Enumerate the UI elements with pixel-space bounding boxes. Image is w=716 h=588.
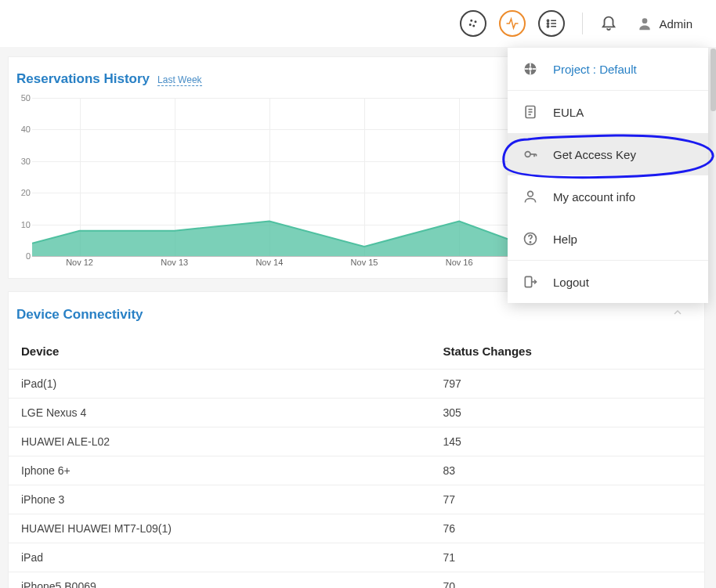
user-icon bbox=[637, 16, 653, 31]
key-icon bbox=[522, 146, 539, 163]
table-row: iPad(1)797 bbox=[9, 370, 704, 399]
cell-device: iPad(1) bbox=[9, 370, 430, 399]
menu-account[interactable]: My account info bbox=[508, 175, 708, 218]
table-row: HUAWEI ALE-L02145 bbox=[9, 427, 704, 456]
x-tick: Nov 15 bbox=[351, 258, 378, 267]
svg-point-10 bbox=[642, 18, 648, 23]
cell-device: iPhone 3 bbox=[9, 485, 430, 514]
y-tick: 10 bbox=[21, 220, 31, 229]
user-menu-button[interactable]: Admin bbox=[637, 16, 692, 31]
notifications-bell-icon[interactable] bbox=[595, 13, 622, 34]
cell-device: iPad bbox=[9, 543, 430, 572]
x-tick: Nov 16 bbox=[446, 258, 473, 267]
svg-point-27 bbox=[530, 242, 530, 243]
account-icon bbox=[522, 188, 539, 205]
menu-project-label: Project : Default bbox=[553, 63, 637, 76]
svg-point-3 bbox=[473, 25, 475, 27]
palette-icon[interactable] bbox=[460, 10, 486, 37]
menu-eula[interactable]: EULA bbox=[508, 91, 708, 133]
svg-point-0 bbox=[471, 20, 472, 22]
svg-point-25 bbox=[528, 191, 533, 197]
menu-help[interactable]: Help bbox=[508, 218, 708, 260]
svg-rect-16 bbox=[533, 68, 537, 70]
connectivity-title: Device Connectivity bbox=[16, 307, 143, 323]
menu-project[interactable]: Project : Default bbox=[508, 48, 708, 91]
col-device: Device bbox=[9, 334, 430, 370]
document-icon bbox=[522, 103, 539, 121]
x-tick: Nov 13 bbox=[161, 258, 188, 267]
logout-icon bbox=[522, 273, 539, 290]
table-row: iPhone5 B006970 bbox=[9, 572, 704, 589]
svg-point-21 bbox=[525, 152, 530, 157]
svg-point-2 bbox=[470, 24, 472, 26]
cell-device: LGE Nexus 4 bbox=[9, 399, 430, 427]
scrollbar-thumb[interactable] bbox=[711, 49, 716, 111]
cell-status: 305 bbox=[430, 399, 704, 427]
cell-status: 83 bbox=[430, 456, 704, 485]
svg-point-1 bbox=[476, 21, 477, 23]
col-status: Status Changes bbox=[430, 334, 704, 370]
menu-eula-label: EULA bbox=[553, 106, 584, 119]
reservations-title: Reservations History bbox=[16, 71, 150, 87]
top-toolbar: Admin bbox=[0, 0, 716, 47]
collapse-caret-icon[interactable] bbox=[671, 306, 690, 322]
menu-account-label: My account info bbox=[553, 190, 635, 204]
y-tick: 50 bbox=[21, 93, 31, 103]
svg-point-4 bbox=[548, 20, 549, 21]
svg-point-12 bbox=[529, 67, 532, 70]
cell-status: 70 bbox=[430, 572, 704, 589]
y-tick: 40 bbox=[21, 124, 31, 134]
table-row: HUAWEI HUAWEI MT7-L09(1)76 bbox=[9, 514, 704, 543]
cell-status: 71 bbox=[430, 543, 704, 572]
activity-icon[interactable] bbox=[499, 10, 526, 37]
table-row: iPhone 377 bbox=[9, 485, 704, 514]
menu-access-key[interactable]: Get Access Key bbox=[508, 133, 708, 175]
menu-logout-label: Logout bbox=[553, 276, 589, 289]
project-icon bbox=[522, 60, 539, 78]
table-row: iPad71 bbox=[9, 543, 704, 572]
table-row: Iphone 6+83 bbox=[9, 456, 704, 485]
menu-logout[interactable]: Logout bbox=[508, 261, 708, 303]
cell-device: Iphone 6+ bbox=[9, 456, 430, 485]
reservations-range-link[interactable]: Last Week bbox=[157, 74, 201, 86]
x-tick: Nov 12 bbox=[66, 258, 93, 267]
cell-device: HUAWEI HUAWEI MT7-L09(1) bbox=[9, 514, 430, 543]
user-label: Admin bbox=[659, 17, 692, 31]
y-tick: 20 bbox=[21, 188, 31, 197]
cell-device: iPhone5 B0069 bbox=[9, 572, 430, 589]
table-row: LGE Nexus 4305 bbox=[9, 399, 704, 427]
svg-rect-13 bbox=[530, 63, 531, 67]
menu-access-key-label: Get Access Key bbox=[553, 148, 636, 161]
user-dropdown-menu: Project : Default EULA Get Access Key My… bbox=[508, 47, 708, 303]
svg-point-6 bbox=[548, 23, 549, 24]
list-settings-icon[interactable] bbox=[538, 10, 565, 37]
cell-device: HUAWEI ALE-L02 bbox=[9, 427, 430, 456]
y-tick: 0 bbox=[26, 251, 31, 261]
connectivity-panel: Device Connectivity Device Status Change… bbox=[8, 291, 705, 588]
svg-point-8 bbox=[548, 26, 549, 27]
menu-help-label: Help bbox=[553, 233, 577, 246]
svg-rect-14 bbox=[530, 71, 531, 75]
cell-status: 797 bbox=[430, 370, 704, 399]
cell-status: 77 bbox=[430, 485, 704, 514]
toolbar-divider bbox=[582, 13, 583, 34]
svg-rect-28 bbox=[525, 276, 531, 287]
svg-rect-15 bbox=[525, 68, 529, 70]
connectivity-table: Device Status Changes iPad(1)797LGE Nexu… bbox=[9, 334, 704, 588]
cell-status: 76 bbox=[430, 514, 704, 543]
cell-status: 145 bbox=[430, 427, 704, 456]
x-tick: Nov 14 bbox=[255, 258, 283, 267]
y-tick: 30 bbox=[21, 157, 31, 166]
help-icon bbox=[522, 230, 539, 247]
